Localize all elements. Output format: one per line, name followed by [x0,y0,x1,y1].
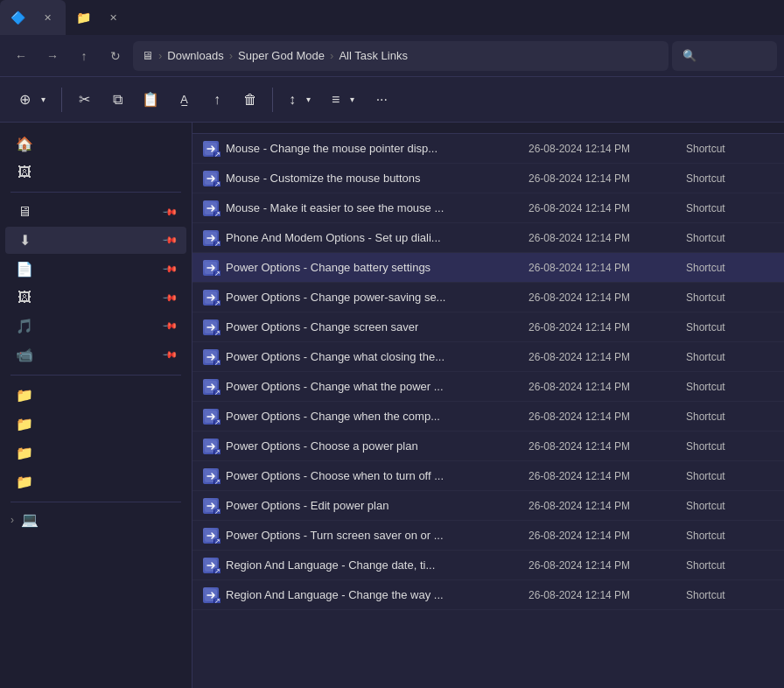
file-name-cell: ↗ Power Options - Choose a power plan [203,439,528,454]
tab-all-task-links[interactable]: 🔷 ✕ [0,0,66,35]
new-icon: ⊕ [19,91,31,108]
sidebar-item-pictures[interactable]: 🖼 📌 [5,284,186,311]
add-tab-button[interactable] [135,5,159,30]
file-date-cell: 26-08-2024 12:14 PM [528,411,686,423]
sidebar-item-test[interactable]: 📁 [5,439,186,467]
file-name-text: Power Options - Change what closing the.… [226,350,444,363]
shortcut-icon: ↗ [203,171,219,186]
file-rows: ↗ Mouse - Change the mouse pointer disp.… [192,134,784,688]
search-box[interactable]: 🔍 [672,41,777,71]
table-row[interactable]: ↗ Power Options - Change when the comp..… [192,402,784,432]
file-date-cell: 26-08-2024 12:14 PM [528,381,686,393]
music-pin-icon: 📌 [161,318,178,334]
rename-button[interactable]: A̲ [169,85,199,115]
toolbar: ⊕ ▾ ✂ ⧉ 📋 A̲ ↑ 🗑 ↕ ▾ ≡ ▾ ··· [0,77,784,123]
pictures-icon: 🖼 [16,290,33,305]
sidebar-item-downloads[interactable]: ⬇ 📌 [5,227,186,254]
file-name-text: Power Options - Choose when to turn off … [226,469,444,482]
tab1-icon: 🔷 [10,11,25,25]
cut-button[interactable]: ✂ [69,85,99,115]
shortcut-icon: ↗ [203,587,219,603]
file-type-cell: Shortcut [686,589,774,601]
sidebar-item-lgcamera[interactable]: 📁 [5,382,186,409]
file-name-cell: ↗ Mouse - Customize the mouse buttons [203,171,528,186]
sidebar-item-desktop[interactable]: 🖥 📌 [5,199,186,225]
file-name-cell: ↗ Power Options - Turn screen saver on o… [203,528,528,544]
back-button[interactable]: ← [7,42,35,70]
file-name-text: Power Options - Change when the comp... [226,410,440,423]
shortcut-icon: ↗ [203,200,219,216]
rahulrai-icon: 📁 [16,474,33,490]
delete-button[interactable]: 🗑 [235,85,265,115]
file-name-text: Mouse - Make it easier to see the mouse … [226,201,444,214]
home-icon: 🏠 [16,136,33,152]
file-name-cell: ↗ Power Options - Change what closing th… [203,349,528,365]
file-date-cell: 26-08-2024 12:14 PM [528,440,686,453]
toolbar-separator-2 [272,88,273,112]
breadcrumb-downloads[interactable]: Downloads [167,49,223,62]
shortcut-icon: ↗ [203,230,219,246]
new-button[interactable]: ⊕ ▾ [10,86,54,113]
sidebar-item-rahulrai[interactable]: 📁 [5,468,186,495]
file-name-text: Power Options - Change screen saver [226,320,418,333]
refresh-button[interactable]: ↻ [102,42,130,70]
forward-button[interactable]: → [38,42,66,70]
shortcut-icon: ↗ [203,439,219,454]
file-date-cell: 26-08-2024 12:14 PM [528,530,686,542]
tab2-close-button[interactable]: ✕ [105,10,121,25]
sort-button[interactable]: ↕ ▾ [280,87,319,113]
tab1-close-button[interactable]: ✕ [39,10,55,25]
table-row[interactable]: ↗ Power Options - Choose a power plan 26… [192,432,784,461]
file-name-text: Region And Language - Change date, ti... [226,558,435,572]
sidebar-item-documents[interactable]: 📄 📌 [5,256,186,283]
expand-icon: › [10,514,14,526]
gallery-icon: 🖼 [16,165,33,180]
file-name-cell: ↗ Power Options - Change when the comp..… [203,409,528,425]
table-row[interactable]: ↗ Power Options - Edit power plan 26-08-… [192,491,784,521]
table-row[interactable]: ↗ Power Options - Turn screen saver on o… [192,521,784,551]
table-row[interactable]: ↗ Mouse - Change the mouse pointer disp.… [192,134,784,164]
table-row[interactable]: ↗ Mouse - Make it easier to see the mous… [192,193,784,223]
breadcrumb-all-task-links[interactable]: All Task Links [339,49,408,62]
table-row[interactable]: ↗ Region And Language - Change the way .… [192,580,784,610]
documents-pin-icon: 📌 [161,261,178,277]
sidebar-item-gallery[interactable]: 🖼 [5,159,186,186]
sidebar: 🏠 🖼 🖥 📌 ⬇ 📌 📄 📌 🖼 📌 🎵 [0,123,192,688]
pictures-pin-icon: 📌 [161,289,178,305]
sidebar-item-videos[interactable]: 📹 📌 [5,341,186,369]
lgcamera-icon: 📁 [16,387,33,404]
sidebar-item-thispc[interactable]: › 💻 [0,508,192,531]
more-options-button[interactable]: ··· [367,85,396,115]
file-type-cell: Shortcut [686,411,774,423]
sidebar-item-techwiser[interactable]: 📁 [5,411,186,438]
file-name-text: Region And Language - Change the way ... [226,588,444,601]
breadcrumb[interactable]: 🖥 › Downloads › Super God Mode › All Tas… [133,41,668,71]
copy-button[interactable]: ⧉ [102,85,132,115]
file-name-cell: ↗ Power Options - Change battery setting… [203,260,528,276]
sidebar-divider-3 [10,502,181,502]
tab-techwiser[interactable]: 📁 ✕ [66,0,131,35]
sidebar-item-music[interactable]: 🎵 📌 [5,312,186,340]
sidebar-item-home[interactable]: 🏠 [5,130,186,158]
file-type-cell: Shortcut [686,291,774,304]
paste-button[interactable]: 📋 [136,85,165,115]
file-type-cell: Shortcut [686,500,774,512]
table-row[interactable]: ↗ Power Options - Change what the power … [192,372,784,402]
table-row[interactable]: ↗ Power Options - Change what closing th… [192,342,784,372]
table-row[interactable]: ↗ Power Options - Change battery setting… [192,253,784,283]
shortcut-icon: ↗ [203,141,219,157]
breadcrumb-super-god-mode[interactable]: Super God Mode [238,49,325,62]
view-button[interactable]: ≡ ▾ [323,87,363,113]
table-row[interactable]: ↗ Power Options - Choose when to turn of… [192,461,784,491]
up-button[interactable]: ↑ [70,42,98,70]
file-type-cell: Shortcut [686,143,774,155]
file-type-cell: Shortcut [686,559,774,572]
downloads-icon: ⬇ [16,232,33,249]
table-row[interactable]: ↗ Mouse - Customize the mouse buttons 26… [192,164,784,193]
table-row[interactable]: ↗ Power Options - Change power-saving se… [192,283,784,312]
table-row[interactable]: ↗ Power Options - Change screen saver 26… [192,312,784,342]
share-button[interactable]: ↑ [202,85,232,115]
table-row[interactable]: ↗ Phone And Modem Options - Set up diali… [192,223,784,253]
file-date-cell: 26-08-2024 12:14 PM [528,291,686,304]
table-row[interactable]: ↗ Region And Language - Change date, ti.… [192,551,784,580]
